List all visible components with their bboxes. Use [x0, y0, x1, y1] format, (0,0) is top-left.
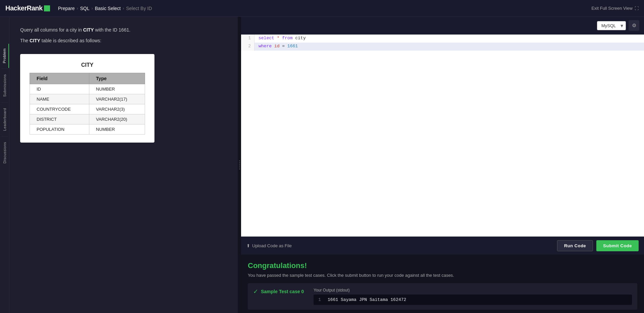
line-number: 1	[241, 35, 255, 43]
upload-icon: ⬆	[246, 243, 250, 248]
fullscreen-icon: ⛶	[635, 6, 639, 11]
code-editor[interactable]: 1select * from city2where id = 1661	[241, 35, 644, 237]
sidebar-item-submissions[interactable]: Submissions	[1, 69, 9, 102]
breadcrumb-sql[interactable]: SQL	[80, 6, 89, 11]
breadcrumb-prepare[interactable]: Prepare	[58, 6, 75, 11]
sidebar-tabs: Problem Submissions Leaderboard Discussi…	[0, 17, 9, 313]
sidebar-item-problem[interactable]: Problem	[0, 44, 9, 68]
language-select-wrap[interactable]: MySQL Oracle DB2 TSQL	[597, 21, 626, 30]
table-cell: VARCHAR2(17)	[89, 94, 145, 104]
divider-dot-4	[239, 166, 240, 167]
logo-square-icon	[44, 5, 50, 11]
line-number: 2	[241, 43, 255, 51]
editor-buttons: Run Code Submit Code	[557, 240, 639, 251]
output-value: 1 1661 Sayama JPN Saitama 162472	[314, 295, 632, 305]
table-cell: ID	[30, 84, 89, 94]
prob-bold-city-2: CITY	[30, 38, 40, 43]
run-code-button[interactable]: Run Code	[557, 240, 593, 251]
table-cell: NUMBER	[89, 84, 145, 94]
exit-fullscreen-label: Exit Full Screen View	[591, 6, 633, 11]
language-select[interactable]: MySQL Oracle DB2 TSQL	[597, 21, 626, 30]
topnav-right: Exit Full Screen View ⛶	[591, 6, 639, 11]
line-content: select * from city	[255, 35, 310, 43]
sidebar-sep-1	[1, 68, 8, 69]
problem-panel: Query all columns for a city in CITY wit…	[9, 17, 238, 313]
breadcrumb-sep-3: ›	[123, 6, 124, 11]
logo-text: HackerRank	[5, 4, 43, 12]
sidebar-item-leaderboard[interactable]: Leaderboard	[1, 103, 9, 136]
upload-code-link[interactable]: ⬆ Upload Code as File	[246, 243, 292, 248]
editor-toolbar: MySQL Oracle DB2 TSQL ⚙	[241, 17, 644, 35]
code-line[interactable]: 1select * from city	[241, 35, 644, 43]
test-case-label: ✓ Sample Test case 0	[253, 288, 307, 295]
top-navigation: HackerRank Prepare › SQL › Basic Select …	[0, 0, 644, 17]
breadcrumb-sep-2: ›	[91, 6, 93, 11]
table-row: DISTRICTVARCHAR2(20)	[30, 114, 145, 124]
sidebar-item-discussions[interactable]: Discussions	[1, 137, 9, 168]
exit-fullscreen-button[interactable]: Exit Full Screen View ⛶	[591, 6, 639, 11]
table-row: NAMEVARCHAR2(17)	[30, 94, 145, 104]
editor-bottom-bar: ⬆ Upload Code as File Run Code Submit Co…	[241, 237, 644, 255]
sidebar-sep-2	[1, 102, 8, 103]
table-header-field: Field	[30, 73, 89, 84]
output-label: Your Output (stdout)	[314, 288, 632, 293]
prob-bold-city-1: CITY	[83, 27, 94, 33]
main-layout: Problem Submissions Leaderboard Discussi…	[0, 17, 644, 313]
divider-dot-2	[239, 162, 240, 163]
panel-divider[interactable]	[238, 17, 241, 313]
divider-dot-3	[239, 164, 240, 165]
breadcrumb: Prepare › SQL › Basic Select › Select By…	[58, 6, 152, 11]
test-case-row: ✓ Sample Test case 0 Your Output (stdout…	[248, 283, 637, 310]
city-table-title: CITY	[30, 62, 145, 68]
breadcrumb-select-by-id: Select By ID	[126, 6, 152, 11]
table-cell: POPULATION	[30, 124, 89, 134]
line-content: where id = 1661	[255, 43, 302, 51]
output-text: 1661 Sayama JPN Saitama 162472	[328, 297, 406, 302]
logo[interactable]: HackerRank	[5, 4, 50, 12]
table-cell: DISTRICT	[30, 114, 89, 124]
results-panel: Congratulations! You have passed the sam…	[241, 255, 644, 313]
city-table-container: CITY Field Type IDNUMBERNAMEVARCHAR2(17)…	[20, 54, 154, 143]
gear-settings-button[interactable]: ⚙	[629, 20, 639, 31]
divider-dot-1	[239, 160, 240, 161]
table-cell: VARCHAR2(3)	[89, 104, 145, 114]
prob-text-1: Query all columns for a city in	[20, 27, 83, 33]
submit-code-button[interactable]: Submit Code	[596, 240, 639, 251]
table-cell: VARCHAR2(20)	[89, 114, 145, 124]
table-row: COUNTRYCODEVARCHAR2(3)	[30, 104, 145, 114]
city-table: Field Type IDNUMBERNAMEVARCHAR2(17)COUNT…	[30, 73, 145, 135]
breadcrumb-sep-1: ›	[77, 6, 78, 11]
table-cell: COUNTRYCODE	[30, 104, 89, 114]
congrats-title: Congratulations!	[248, 261, 637, 270]
problem-description-2: The CITY table is described as follows:	[20, 37, 227, 44]
editor-panel: MySQL Oracle DB2 TSQL ⚙ 1select * from c…	[241, 17, 644, 313]
table-header-type: Type	[89, 73, 145, 84]
divider-dot-5	[239, 168, 240, 169]
output-row-number: 1	[318, 297, 321, 302]
table-cell: NUMBER	[89, 124, 145, 134]
check-icon: ✓	[253, 288, 258, 295]
problem-description-1: Query all columns for a city in CITY wit…	[20, 26, 227, 34]
test-case-name: Sample Test case 0	[261, 289, 304, 294]
output-section: Your Output (stdout) 1 1661 Sayama JPN S…	[314, 288, 632, 305]
prob-text-2: with the ID 1661.	[94, 27, 130, 33]
upload-label: Upload Code as File	[252, 243, 292, 248]
congrats-text: You have passed the sample test cases. C…	[248, 273, 637, 278]
table-row: POPULATIONNUMBER	[30, 124, 145, 134]
table-cell: NAME	[30, 94, 89, 104]
breadcrumb-basic-select[interactable]: Basic Select	[95, 6, 121, 11]
table-row: IDNUMBER	[30, 84, 145, 94]
code-line[interactable]: 2where id = 1661	[241, 43, 644, 51]
prob-text-3: The	[20, 38, 30, 43]
prob-text-4: table is described as follows:	[40, 38, 101, 43]
sidebar-sep-3	[1, 136, 8, 137]
